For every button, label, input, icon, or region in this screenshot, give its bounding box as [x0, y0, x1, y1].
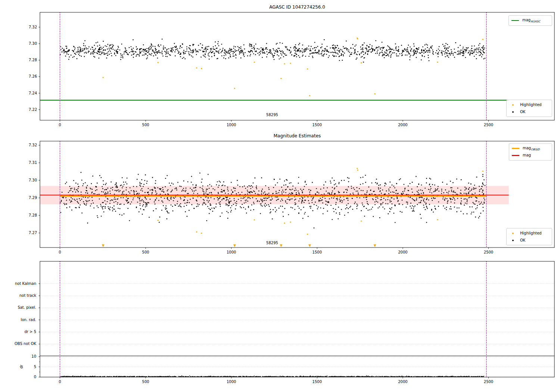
legend-item-mag-agasc: magAGASC: [511, 17, 549, 24]
x-tick-label-p3: 2000: [395, 379, 410, 384]
legend-item-ok: OK: [509, 108, 549, 115]
x-tick-label-p1: 2000: [395, 122, 410, 127]
flag-label-sat-pixel: Sat. pixel.: [0, 305, 36, 310]
legend-item-mag-obsid: magOBSID: [512, 145, 549, 152]
legend-item-ok-2: OK: [509, 237, 549, 244]
y-tick-label-p2: 7.27: [21, 230, 37, 235]
x-tick-label-p2: 1500: [309, 250, 324, 255]
y-tick-label-p1: 7.32: [21, 25, 37, 29]
mag-line-swatch: [512, 154, 519, 158]
mag-agasc-line-swatch: [511, 19, 519, 22]
flag-label-not-track: not track: [0, 293, 36, 298]
x-tick-label-p2: 1000: [224, 250, 239, 255]
legend-item-highlighted: Highlighted: [509, 101, 549, 108]
x-tick-label-p1: 1500: [309, 122, 324, 127]
ok-marker-swatch: [509, 110, 517, 114]
flag-label-dr-gt-5: dr > 5: [0, 329, 36, 334]
x-tick-label-p1: 500: [138, 122, 153, 127]
y-tick-label-p2: 7.32: [21, 143, 37, 147]
ok-marker-swatch-2: [509, 239, 517, 242]
flag-label-ion-rad: Ion. rad.: [0, 317, 36, 322]
legend-label-ok: OK: [520, 110, 525, 114]
plot-canvas: [0, 0, 560, 392]
mag-obsid-line-swatch: [512, 147, 519, 150]
panel1-title: AGASC ID 1047274256.0: [40, 4, 554, 10]
y-tick-label-p1: 7.24: [21, 91, 37, 96]
y-tick-label-p2: 7.31: [21, 160, 37, 165]
legend-item-highlighted-2: Highlighted: [509, 230, 549, 237]
x-tick-label-p1: 1000: [224, 122, 239, 127]
y-tick-label-p2: 7.30: [21, 178, 37, 183]
legend-label-mag-agasc: magAGASC: [522, 18, 540, 23]
dr-tick-label: 5: [21, 364, 36, 369]
black-dot-swatch-2: [512, 240, 514, 241]
orange-dot-swatch-2: [512, 233, 514, 234]
x-tick-label-p2: 2000: [395, 250, 410, 255]
x-tick-label-p2: 0: [53, 250, 68, 255]
x-tick-label-p2: 2500: [481, 250, 496, 255]
highlighted-marker-swatch-2: [509, 231, 517, 235]
red-line-swatch: [512, 155, 519, 156]
dr-tick-label: 0: [21, 374, 36, 379]
orange-line-swatch: [512, 148, 519, 149]
legend-status-panel1: Highlighted OK: [506, 100, 552, 117]
highlighted-marker-swatch: [509, 103, 517, 107]
legend-status-panel2: Highlighted OK: [506, 228, 552, 245]
panel2-title: Magnitude Estimates: [40, 133, 554, 139]
legend-label-mag: mag: [523, 153, 531, 158]
black-dot-swatch: [512, 111, 514, 113]
orange-dot-swatch: [512, 104, 514, 106]
y-tick-label-p2: 7.29: [21, 195, 37, 200]
legend-mag-agasc: magAGASC: [508, 15, 552, 26]
x-tick-label-p3: 500: [138, 379, 153, 384]
y-tick-label-p1: 7.22: [21, 107, 37, 112]
x-tick-label-p3: 0: [53, 379, 68, 384]
legend-label-mag-obsid: magOBSID: [523, 146, 540, 151]
legend-label-highlighted-2: Highlighted: [520, 231, 542, 235]
obsid-annotation-panel2: 58295: [261, 240, 283, 245]
x-tick-label-p3: 1500: [309, 379, 324, 384]
legend-item-mag: mag: [512, 152, 549, 159]
dr-tick-label: 10: [21, 354, 36, 359]
x-tick-label-p1: 2500: [481, 122, 496, 127]
y-tick-label-p1: 7.28: [21, 57, 37, 62]
y-tick-label-p1: 7.30: [21, 41, 37, 46]
y-tick-label-p1: 7.26: [21, 74, 37, 79]
x-tick-label-p3: 1000: [224, 379, 239, 384]
legend-label-ok-2: OK: [520, 238, 525, 242]
x-tick-label-p1: 0: [53, 122, 68, 127]
legend-mag-lines: magOBSID mag: [509, 143, 552, 161]
green-line-swatch: [511, 20, 519, 21]
figure-agasc-mag-report: AGASC ID 1047274256.0 Magnitude Estimate…: [0, 0, 560, 392]
x-tick-label-p2: 500: [138, 250, 153, 255]
legend-label-highlighted: Highlighted: [520, 103, 542, 107]
flag-label-obs-not-ok: OBS not OK: [0, 341, 36, 346]
y-tick-label-p2: 7.28: [21, 213, 37, 218]
obsid-annotation-panel1: 58295: [261, 112, 283, 117]
x-tick-label-p3: 2500: [481, 379, 496, 384]
flag-label-not-kalman: not Kalman: [0, 281, 36, 286]
